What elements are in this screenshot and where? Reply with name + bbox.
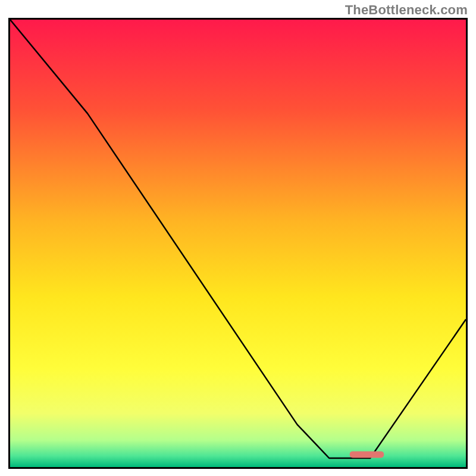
chart-plot — [10, 20, 466, 467]
attribution-text: TheBottleneck.com — [345, 2, 468, 18]
optimal-marker — [350, 451, 384, 458]
chart-background — [10, 20, 466, 467]
